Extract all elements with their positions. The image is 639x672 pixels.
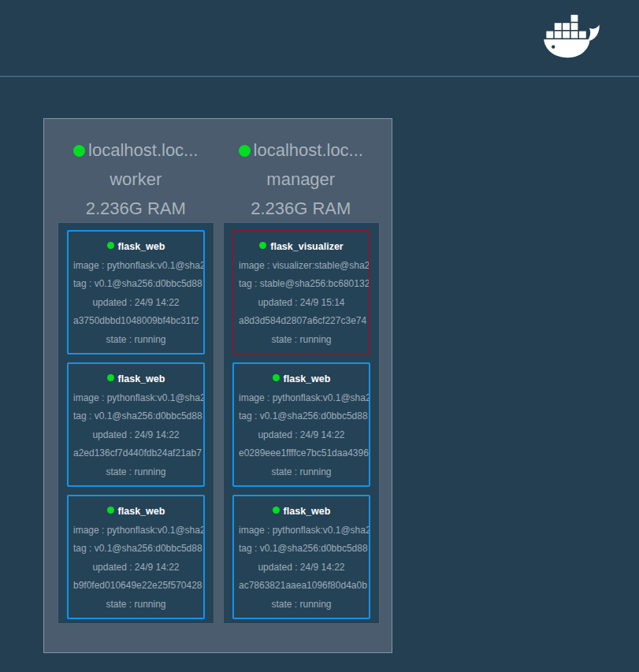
node-title-row: localhost.loc...: [223, 136, 380, 165]
task-tag: tag : v0.1@sha256:d0bbc5d88: [69, 275, 203, 292]
app-header: [0, 0, 639, 77]
node-ram: 2.236G RAM: [58, 194, 214, 222]
node-ram: 2.236G RAM: [223, 194, 380, 222]
task-id: a3750dbbd1048009bf4bc31f2: [69, 312, 203, 329]
task-card: flask_web image : pythonflask:v0.1@sha2 …: [67, 230, 205, 355]
task-name: flask_visualizer: [270, 241, 343, 252]
task-image: image : visualizer:stable@sha2: [234, 257, 369, 274]
task-card: flask_web image : pythonflask:v0.1@sha2 …: [232, 495, 370, 619]
task-updated: updated : 24/9 14:22: [234, 426, 369, 444]
task-name: flask_web: [284, 506, 331, 517]
task-tag: tag : v0.1@sha256:d0bbc5d88: [69, 540, 203, 557]
task-card-visualizer: flask_visualizer image : visualizer:stab…: [232, 230, 370, 355]
node-status-dot: [239, 145, 251, 157]
task-tag: tag : v0.1@sha256:d0bbc5d88: [234, 407, 369, 425]
node-headers: localhost.loc... worker 2.236G RAM local…: [58, 129, 379, 222]
task-updated: updated : 24/9 14:22: [69, 559, 203, 576]
node-name: localhost.loc...: [254, 140, 363, 160]
task-status-dot: [107, 374, 114, 381]
task-id: a2ed136cf7d440fdb24af21ab7: [69, 444, 203, 462]
task-name: flask_web: [118, 241, 165, 252]
task-updated: updated : 24/9 14:22: [69, 426, 203, 444]
task-state: state : running: [69, 331, 203, 348]
task-card: flask_web image : pythonflask:v0.1@sha2 …: [232, 362, 370, 487]
task-state: state : running: [69, 596, 203, 613]
docker-whale-icon: [541, 10, 604, 62]
node-column-manager: flask_visualizer image : visualizer:stab…: [223, 222, 380, 624]
task-status-dot: [259, 242, 266, 249]
task-status-dot: [273, 507, 280, 514]
task-image: image : pythonflask:v0.1@sha2: [69, 257, 203, 274]
task-id: e0289eee1ffffce7bc51daa4396: [234, 444, 369, 462]
task-status-dot: [273, 374, 280, 381]
task-image: image : pythonflask:v0.1@sha2: [234, 522, 369, 539]
task-updated: updated : 24/9 14:22: [69, 294, 203, 311]
task-name: flask_web: [118, 506, 165, 517]
task-state: state : running: [234, 596, 369, 613]
node-columns: flask_web image : pythonflask:v0.1@sha2 …: [58, 222, 379, 624]
task-tag: tag : v0.1@sha256:d0bbc5d88: [234, 540, 369, 557]
node-title-row: localhost.loc...: [58, 136, 214, 165]
task-state: state : running: [69, 463, 203, 481]
task-name: flask_web: [284, 373, 331, 384]
task-image: image : pythonflask:v0.1@sha2: [234, 389, 369, 407]
task-card: flask_web image : pythonflask:v0.1@sha2 …: [67, 495, 205, 619]
node-role: worker: [58, 165, 214, 194]
task-updated: updated : 24/9 14:22: [234, 559, 369, 576]
node-status-dot: [73, 145, 85, 157]
task-card: flask_web image : pythonflask:v0.1@sha2 …: [67, 362, 205, 487]
task-name: flask_web: [118, 373, 165, 384]
node-name: localhost.loc...: [88, 140, 198, 160]
task-tag: tag : v0.1@sha256:d0bbc5d88: [69, 407, 203, 425]
swarm-panel: localhost.loc... worker 2.236G RAM local…: [43, 118, 392, 653]
node-header-worker: localhost.loc... worker 2.236G RAM: [58, 129, 214, 222]
task-id: b9f0fed010649e22e25f570428: [69, 577, 203, 594]
task-state: state : running: [234, 463, 369, 481]
node-header-manager: localhost.loc... manager 2.236G RAM: [223, 129, 380, 222]
task-id: ac7863821aaea1096f80d4a0b: [234, 577, 369, 594]
task-tag: tag : stable@sha256:bc680132: [234, 275, 369, 292]
task-image: image : pythonflask:v0.1@sha2: [69, 389, 203, 407]
task-status-dot: [107, 507, 114, 514]
task-image: image : pythonflask:v0.1@sha2: [69, 522, 203, 539]
task-updated: updated : 24/9 15:14: [234, 294, 369, 311]
node-role: manager: [223, 165, 380, 194]
node-column-worker: flask_web image : pythonflask:v0.1@sha2 …: [58, 222, 214, 624]
task-id: a8d3d584d2807a6cf227c3e74: [234, 312, 369, 329]
task-status-dot: [107, 242, 114, 249]
task-state: state : running: [234, 331, 369, 348]
